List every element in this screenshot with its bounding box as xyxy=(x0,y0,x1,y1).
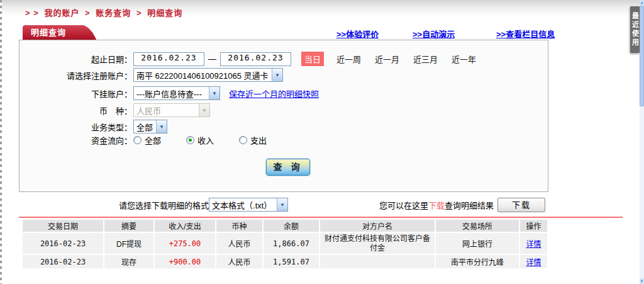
download-format-value: 文本格式（.txt） xyxy=(209,199,277,211)
cell-place: 南平市分行九峰 xyxy=(436,255,519,268)
radio-flow-expense-label: 支出 xyxy=(250,134,267,146)
col-header-action: 操作 xyxy=(520,220,547,232)
table-row: 2016-02-23 DF提现 +275.00 人民币 1,866.07 财付通… xyxy=(23,233,547,254)
date-range-label: 起止日期： xyxy=(25,53,132,65)
cell-balance: 1,866.07 xyxy=(264,233,319,254)
breadcrumb-separator: > xyxy=(85,8,91,18)
chevron-down-icon: ▼ xyxy=(277,198,287,211)
quick-range-quarter[interactable]: 近三月 xyxy=(413,53,438,65)
download-hint-group: 您可以在这里 下载 查询明细结果 下载 xyxy=(379,198,545,212)
download-button[interactable]: 下载 xyxy=(497,198,545,212)
cell-summary: DF提现 xyxy=(104,233,153,254)
col-header-counterparty: 对方户名 xyxy=(320,220,435,232)
col-header-date: 交易日期 xyxy=(23,220,103,232)
vertical-scrollbar[interactable]: ▲ ▼ xyxy=(640,0,644,284)
col-header-place: 交易场所 xyxy=(436,220,519,232)
table-top-divider xyxy=(19,217,623,218)
fund-flow-label: 资金流向： xyxy=(25,134,132,146)
cell-date: 2016-02-23 xyxy=(23,233,103,254)
recent-use-flyout-tab[interactable]: 最近使用 xyxy=(630,6,640,53)
cell-place: 网上银行 xyxy=(436,233,519,254)
quick-range-group: 当日 近一周 近一月 近三月 近一年 xyxy=(301,52,490,66)
chevron-down-icon: ▼ xyxy=(209,87,219,99)
chevron-down-icon: ▼ xyxy=(272,69,282,81)
transactions-table: 交易日期 摘要 收入/支出 币种 余额 对方户名 交易场所 操作 2016-02… xyxy=(21,219,548,270)
detail-link[interactable]: 详情 xyxy=(526,258,541,267)
date-range-dash: — xyxy=(208,54,216,64)
breadcrumb-item-account-query[interactable]: 账务查询 xyxy=(96,8,131,18)
radio-flow-all-label: 全部 xyxy=(145,134,161,146)
download-format-group: 请您选择下载明细的格式 文本格式（.txt） ▼ xyxy=(119,198,288,212)
cell-counterparty: 财付通支付科技有限公司客户备付金 xyxy=(320,233,435,254)
radio-flow-income-label: 收入 xyxy=(197,134,214,146)
quick-range-year[interactable]: 近一年 xyxy=(452,53,476,65)
breadcrumb: > > 我的账户 > 账务查询 > 明细查询 xyxy=(25,6,185,18)
save-snapshot-link[interactable]: 保存近一个月的明细快照 xyxy=(229,88,319,99)
currency-label: 币 种： xyxy=(25,105,132,116)
window-left-edge xyxy=(0,0,2,284)
radio-flow-expense[interactable]: 支出 xyxy=(239,134,267,146)
chevron-down-icon: ▼ xyxy=(199,104,209,116)
account-select-value: 南平 6222001406100921065 灵通卡 xyxy=(134,69,272,81)
biz-type-label: 业务类型： xyxy=(25,121,132,133)
query-button[interactable]: 查 询 xyxy=(266,159,310,176)
breadcrumb-prefix: > > xyxy=(25,8,39,18)
currency-select-value: 人民币 xyxy=(134,105,199,116)
cell-balance: 1,591.07 xyxy=(264,255,319,268)
table-header-row: 交易日期 摘要 收入/支出 币种 余额 对方户名 交易场所 操作 xyxy=(23,220,547,232)
cell-summary: 现存 xyxy=(104,255,153,268)
link-auto-demo[interactable]: >>自动演示 xyxy=(413,28,455,40)
breadcrumb-separator: > xyxy=(136,8,142,18)
link-view-column-info[interactable]: >>查看栏目信息 xyxy=(496,28,555,40)
form-row-sub-account: 下挂账户： ---账户信息待查--- ▼ 保存近一个月的明细快照 xyxy=(25,86,319,100)
radio-flow-all[interactable]: 全部 xyxy=(133,134,161,146)
cell-amount: +900.00 xyxy=(155,255,215,268)
quick-range-month[interactable]: 近一月 xyxy=(375,53,399,65)
date-to-input[interactable]: 2016.02.23 xyxy=(220,52,291,66)
col-header-summary: 摘要 xyxy=(104,220,153,232)
chevron-down-icon: ▼ xyxy=(156,120,167,133)
col-header-amount: 收入/支出 xyxy=(155,220,215,232)
account-select[interactable]: 南平 6222001406100921065 灵通卡 ▼ xyxy=(133,68,283,82)
biz-type-select[interactable]: 全部 ▼ xyxy=(133,120,167,133)
radio-icon xyxy=(133,136,142,144)
date-from-input[interactable]: 2016.02.23 xyxy=(133,52,204,66)
download-hint-suffix: 查询明细结果 xyxy=(445,199,494,211)
biz-type-select-value: 全部 xyxy=(134,121,156,133)
quick-range-today[interactable]: 当日 xyxy=(301,52,324,66)
account-label: 请选择注册账户： xyxy=(25,69,132,81)
form-row-biz-type: 业务类型： 全部 ▼ xyxy=(25,120,167,133)
form-row-fund-flow: 资金流向： 全部 收入 支出 xyxy=(25,134,292,146)
breadcrumb-item-detail-query[interactable]: 明细查询 xyxy=(147,8,182,18)
detail-link[interactable]: 详情 xyxy=(526,240,541,249)
radio-checked-icon xyxy=(186,136,194,144)
form-row-date-range: 起止日期： 2016.02.23 — 2016.02.23 当日 近一周 近一月… xyxy=(25,52,490,66)
tab-detail-query: 明细查询 xyxy=(23,25,83,40)
scrollbar-thumb[interactable] xyxy=(640,6,644,106)
currency-select: 人民币 ▼ xyxy=(133,103,210,117)
cell-currency: 人民币 xyxy=(216,233,262,254)
download-format-select[interactable]: 文本格式（.txt） ▼ xyxy=(209,198,288,212)
quick-range-week[interactable]: 近一周 xyxy=(336,53,361,65)
sub-account-select[interactable]: ---账户信息待查--- ▼ xyxy=(133,86,220,100)
cell-amount: +275.00 xyxy=(155,233,215,254)
link-experience-rating[interactable]: >>体验评价 xyxy=(336,28,379,40)
table-row: 2016-02-23 现存 +900.00 人民币 1,591.07 南平市分行… xyxy=(23,255,547,268)
download-format-label: 请您选择下载明细的格式 xyxy=(119,199,209,211)
download-hint-link[interactable]: 下载 xyxy=(428,199,445,211)
radio-flow-income[interactable]: 收入 xyxy=(186,134,214,146)
cell-counterparty xyxy=(320,255,435,268)
sub-account-label: 下挂账户： xyxy=(25,88,132,99)
sub-account-select-value: ---账户信息待查--- xyxy=(134,88,209,99)
form-row-currency: 币 种： 人民币 ▼ xyxy=(25,103,210,117)
cell-currency: 人民币 xyxy=(216,255,262,268)
page: > > 我的账户 > 账务查询 > 明细查询 明细查询 >>体验评价 >>自动演… xyxy=(0,0,644,284)
col-header-balance: 余额 xyxy=(264,220,319,232)
cell-date: 2016-02-23 xyxy=(23,255,103,268)
breadcrumb-item-my-account[interactable]: 我的账户 xyxy=(44,8,79,18)
col-header-currency: 币种 xyxy=(216,220,262,232)
scroll-down-arrow-icon[interactable]: ▼ xyxy=(640,278,644,284)
radio-icon xyxy=(239,136,247,144)
download-hint-prefix: 您可以在这里 xyxy=(379,199,428,211)
scroll-up-arrow-icon[interactable]: ▲ xyxy=(640,0,644,6)
